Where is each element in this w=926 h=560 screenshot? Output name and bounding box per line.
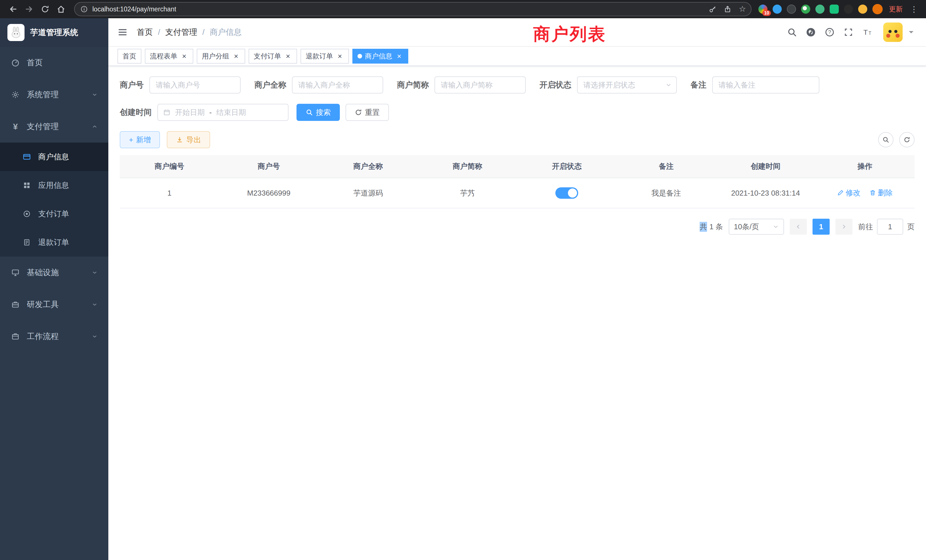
delete-link-label: 删除	[878, 188, 893, 198]
password-key-icon[interactable]	[707, 3, 719, 15]
short-name-input[interactable]	[434, 76, 526, 94]
extension-icon-4[interactable]	[801, 5, 810, 14]
full-name-input[interactable]	[292, 76, 383, 94]
share-icon[interactable]	[721, 3, 734, 15]
tab-user-group[interactable]: 用户分组 ×	[197, 49, 245, 64]
breadcrumb-home[interactable]: 首页	[137, 27, 153, 38]
tab-refund-order[interactable]: 退款订单 ×	[301, 49, 349, 64]
date-start-placeholder: 开始日期	[175, 107, 205, 118]
sidebar-item-dev-tools[interactable]: 研发工具	[0, 289, 108, 321]
font-size-icon[interactable]: TT	[860, 25, 875, 39]
chevron-down-icon	[92, 270, 97, 275]
sidebar-item-system[interactable]: 系统管理	[0, 79, 108, 110]
close-icon[interactable]: ×	[336, 52, 344, 60]
app-logo[interactable]: 芋道管理系统	[0, 18, 108, 47]
extension-icon-6[interactable]	[830, 5, 839, 14]
col-header-remark: 备注	[617, 155, 716, 178]
avatar-caret-icon[interactable]	[909, 31, 914, 36]
refresh-table-button[interactable]	[899, 132, 915, 147]
tags-view-bar: 首页 流程表单 × 用户分组 × 支付订单 × 退款订单 ×	[108, 47, 926, 66]
status-label: 开启状态	[539, 80, 571, 90]
delete-link[interactable]: 删除	[869, 188, 893, 198]
refresh-icon	[355, 109, 362, 116]
github-icon[interactable]	[803, 25, 818, 39]
extension-icon-1[interactable]: 10	[758, 5, 767, 14]
page-content: 商户号 商户全称 商户简称 开启状态 请选择开启状态	[108, 66, 926, 560]
sidebar-item-label: 支付订单	[38, 209, 69, 219]
search-button[interactable]: 搜索	[297, 104, 340, 121]
sidebar-item-payment[interactable]: ¥ 支付管理	[0, 110, 108, 142]
goto-page-input[interactable]	[877, 219, 903, 235]
user-avatar[interactable]	[883, 23, 903, 42]
remark-label: 备注	[690, 80, 707, 90]
tab-home[interactable]: 首页	[118, 49, 141, 64]
help-icon[interactable]: ?	[822, 25, 837, 39]
page-1-button[interactable]: 1	[813, 219, 830, 235]
sidebar-item-label: 系统管理	[27, 89, 59, 100]
trash-icon	[869, 189, 876, 196]
prev-page-button[interactable]	[790, 219, 807, 235]
sidebar-item-merchant-info[interactable]: 商户信息	[0, 142, 108, 171]
browser-forward-icon[interactable]	[22, 2, 36, 17]
sidebar-item-workflow[interactable]: 工作流程	[0, 321, 108, 353]
breadcrumb-payment[interactable]: 支付管理	[165, 27, 197, 38]
status-select-placeholder: 请选择开启状态	[583, 80, 635, 90]
merchant-card-icon	[22, 153, 31, 161]
fullscreen-icon[interactable]	[841, 25, 856, 39]
extension-icon-2[interactable]	[773, 5, 782, 14]
status-toggle[interactable]	[555, 187, 578, 199]
sidebar-item-label: 应用信息	[38, 180, 69, 191]
browser-profile-avatar[interactable]	[872, 4, 883, 14]
logo-rabbit-image	[8, 24, 24, 41]
extension-icon-3[interactable]	[787, 5, 796, 14]
reset-button[interactable]: 重置	[345, 104, 389, 121]
chevron-down-icon	[92, 302, 97, 307]
tab-flow-form[interactable]: 流程表单 ×	[145, 49, 193, 64]
add-button[interactable]: + 新增	[120, 131, 160, 148]
browser-home-icon[interactable]	[54, 2, 68, 17]
sidebar-item-home[interactable]: 首页	[0, 47, 108, 79]
close-icon[interactable]: ×	[232, 52, 240, 60]
chevron-down-icon	[773, 224, 779, 230]
search-icon	[306, 109, 313, 116]
sidebar-item-app-info[interactable]: 应用信息	[0, 171, 108, 200]
payment-submenu: 商户信息 应用信息 支付订单	[0, 142, 108, 257]
browser-reload-icon[interactable]	[38, 2, 53, 17]
extension-icon-7[interactable]	[844, 5, 853, 14]
screen: localhost:1024/pay/merchant ☆ 10 更新	[0, 0, 926, 560]
close-icon[interactable]: ×	[284, 52, 292, 60]
create-time-range-picker[interactable]: 开始日期 - 结束日期	[157, 104, 289, 121]
date-separator: -	[209, 108, 212, 117]
target-icon	[22, 210, 31, 218]
extension-icon-8[interactable]	[858, 5, 867, 14]
merchant-no-input[interactable]	[150, 76, 241, 94]
browser-back-icon[interactable]	[6, 2, 21, 17]
filter-row-2: 创建时间 开始日期 - 结束日期	[120, 104, 915, 121]
breadcrumb: 首页 / 支付管理 / 商户信息	[137, 27, 242, 38]
cell-merchant-no: M233666999	[219, 178, 319, 208]
tab-merchant-info[interactable]: 商户信息 ×	[353, 49, 408, 64]
search-icon[interactable]	[785, 25, 799, 39]
browser-update-button[interactable]: 更新	[889, 5, 903, 14]
browser-menu-icon[interactable]: ⋮	[909, 5, 919, 14]
close-icon[interactable]: ×	[395, 52, 403, 60]
close-icon[interactable]: ×	[180, 52, 188, 60]
site-info-icon[interactable]	[80, 5, 88, 13]
extension-icon-5[interactable]	[816, 5, 825, 14]
status-select[interactable]: 请选择开启状态	[577, 76, 677, 94]
toggle-search-icon-button[interactable]	[878, 132, 894, 147]
remark-input[interactable]	[712, 76, 819, 94]
bookmark-star-icon[interactable]: ☆	[736, 3, 749, 15]
next-page-button[interactable]	[835, 219, 852, 235]
tab-pay-order[interactable]: 支付订单 ×	[249, 49, 297, 64]
sidebar-item-refund-order[interactable]: 退款订单	[0, 228, 108, 257]
edit-link-label: 修改	[846, 188, 861, 198]
edit-link[interactable]: 修改	[837, 188, 861, 198]
browser-extensions-area: 10 更新 ⋮	[757, 4, 920, 14]
sidebar-item-infrastructure[interactable]: 基础设施	[0, 257, 108, 289]
sidebar-toggle-icon[interactable]	[108, 18, 137, 47]
address-bar[interactable]: localhost:1024/pay/merchant ☆	[74, 2, 752, 16]
page-size-select[interactable]: 10条/页	[729, 219, 784, 235]
sidebar-item-pay-order[interactable]: 支付订单	[0, 200, 108, 228]
export-button[interactable]: 导出	[167, 131, 210, 148]
